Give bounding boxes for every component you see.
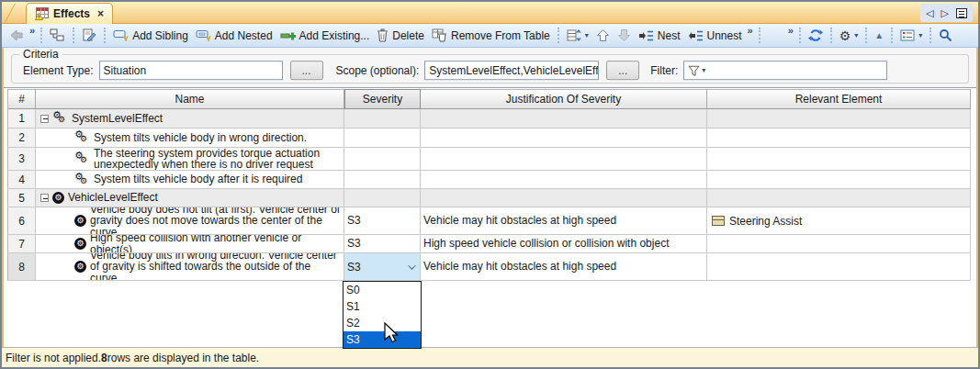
severity-cell[interactable]: S3	[344, 235, 421, 253]
relevant-element-cell[interactable]	[707, 129, 971, 148]
collapse-minus-icon[interactable]	[40, 115, 49, 123]
collapse-panel-button[interactable]: ▲	[871, 28, 887, 42]
relevant-element-cell[interactable]: Steering Assist	[707, 207, 971, 235]
severity-cell[interactable]	[344, 109, 421, 129]
tab-close-icon[interactable]: ×	[97, 7, 104, 20]
filter-funnel-icon	[688, 65, 700, 76]
element-type-browse-button[interactable]: ...	[290, 61, 323, 80]
tab-title: Effects	[53, 7, 90, 20]
effects-table: # Name Severity Justification Of Severit…	[7, 89, 971, 347]
open-in-containment-tree-button[interactable]	[46, 27, 69, 44]
relevant-element-cell[interactable]	[707, 171, 971, 189]
relevant-element-cell[interactable]	[707, 253, 971, 281]
nest-button[interactable]: Nest	[635, 28, 684, 44]
row-number[interactable]: 5	[7, 189, 36, 207]
severity-cell[interactable]	[344, 129, 421, 148]
severity-combobox[interactable]: S3	[344, 253, 420, 280]
table-row[interactable]: ⚙⚙ System tilts vehicle body in wrong di…	[36, 129, 344, 148]
dropdown-option-s2[interactable]: S2	[344, 315, 421, 331]
row-name: VehicleLevelEffect	[68, 192, 158, 204]
dropdown-option-s0[interactable]: S0	[344, 282, 421, 298]
table-row[interactable]: ⚙⚙ System tilts vehicle body after it is…	[36, 171, 344, 189]
dropdown-option-s1[interactable]: S1	[344, 298, 421, 315]
add-nested-button[interactable]: Add Nested	[192, 28, 276, 44]
table-row[interactable]: ⚙ Vehicle body does not tilt (at first).…	[36, 207, 344, 235]
table-row[interactable]: ⚙ VehicleLevelEffect	[36, 189, 344, 207]
justification-cell[interactable]	[421, 129, 707, 148]
justification-cell[interactable]: Vehicle may hit obstacles at high speed	[421, 253, 707, 281]
row-number[interactable]: 7	[7, 235, 36, 253]
table-row[interactable]: ⚙ High speed collision with another vehi…	[36, 235, 344, 253]
column-header-severity[interactable]: Severity	[344, 89, 421, 109]
column-header-relevant-element[interactable]: Relevant Element	[707, 89, 971, 109]
severity-cell[interactable]	[344, 171, 421, 189]
row-number[interactable]: 8	[7, 253, 36, 281]
relevant-element-cell[interactable]	[707, 189, 971, 207]
delete-button[interactable]: Delete	[373, 27, 428, 44]
toolbar-separator	[929, 28, 931, 43]
filter-input[interactable]: ▾	[683, 61, 887, 80]
scope-input[interactable]: SystemLevelEffect,VehicleLevelEffect {xy…	[424, 61, 599, 80]
justification-cell[interactable]: Vehicle may hit obstacles at high speed	[421, 207, 707, 235]
row-number[interactable]: 6	[7, 207, 36, 235]
add-nested-icon	[196, 29, 211, 42]
table-row[interactable]: ⚙⚙ SystemLevelEffect	[36, 109, 344, 129]
scope-browse-button[interactable]: ...	[606, 61, 639, 80]
remove-from-table-label: Remove From Table	[451, 29, 550, 42]
move-rows-button[interactable]: ▾	[563, 27, 592, 44]
column-header-justification[interactable]: Justification Of Severity	[421, 89, 707, 109]
search-button[interactable]	[935, 27, 956, 44]
dropdown-option-s3[interactable]: S3	[344, 331, 421, 348]
remove-from-table-button[interactable]: Remove From Table	[428, 27, 554, 44]
element-type-value: Situation	[104, 64, 147, 77]
justification-cell[interactable]	[421, 189, 707, 207]
justification-cell[interactable]	[421, 171, 707, 189]
legend-icon	[900, 29, 915, 41]
row-number[interactable]: 4	[7, 171, 36, 189]
column-header-number[interactable]: #	[7, 89, 36, 109]
add-existing-button[interactable]: Add Existing...	[276, 28, 374, 44]
severity-cell[interactable]	[344, 148, 421, 171]
edit-specification-button[interactable]	[78, 27, 100, 44]
element-type-input[interactable]: Situation	[99, 61, 283, 80]
status-bar: Filter is not applied. 8 rows are displa…	[2, 347, 978, 367]
collapse-icon: ▲	[874, 30, 884, 40]
row-name: Vehicle body tilts in wrong direction. V…	[90, 253, 344, 281]
back-button[interactable]	[6, 27, 28, 44]
move-up-button[interactable]	[592, 27, 614, 44]
move-down-button[interactable]	[614, 27, 635, 44]
edit-document-icon	[82, 28, 96, 42]
refresh-button[interactable]	[805, 27, 827, 44]
severity-cell[interactable]	[344, 189, 421, 207]
justification-cell[interactable]: High speed vehicle collision or collisio…	[421, 235, 707, 253]
justification-cell[interactable]	[421, 148, 707, 171]
collapse-minus-icon[interactable]	[40, 194, 49, 202]
row-number[interactable]: 3	[7, 148, 36, 171]
toolbar-overflow-icon[interactable]: »	[29, 24, 35, 37]
tab-scroll-left-icon[interactable]: ◁	[926, 4, 933, 22]
justification-cell[interactable]	[421, 109, 707, 129]
relevant-element-cell[interactable]	[707, 235, 971, 253]
add-sibling-button[interactable]: Add Sibling	[109, 28, 192, 44]
toolbar-separator	[40, 28, 42, 43]
unnest-button[interactable]: Unnest	[684, 28, 746, 44]
toolbar-overflow-icon[interactable]: »	[748, 24, 753, 37]
column-header-name[interactable]: Name	[36, 89, 344, 109]
effects-table-window: Effects × ◁ ▷ »	[0, 0, 980, 369]
toolbar-overflow-icon[interactable]: »	[788, 24, 794, 37]
tab-list-icon[interactable]	[956, 8, 967, 18]
tab-scroll-right-icon[interactable]: ▷	[941, 4, 949, 22]
severity-cell[interactable]: S3	[344, 253, 421, 281]
severity-cell[interactable]: S3	[344, 207, 421, 235]
scope-value: SystemLevelEffect,VehicleLevelEffect	[429, 64, 599, 77]
relevant-element-cell[interactable]	[707, 109, 971, 129]
row-number[interactable]: 2	[7, 129, 36, 148]
tab-effects[interactable]: Effects ×	[26, 3, 113, 24]
legend-button[interactable]: ▾	[896, 28, 926, 43]
row-number[interactable]: 1	[7, 109, 36, 129]
table-row[interactable]: ⚙ Vehicle body tilts in wrong direction.…	[36, 253, 344, 281]
options-button[interactable]: ⚙ ▾	[836, 28, 862, 44]
table-row[interactable]: ⚙⚙ The steering system provides torque a…	[36, 148, 344, 171]
system-effect-gears-icon: ⚙⚙	[74, 152, 90, 165]
relevant-element-cell[interactable]	[707, 148, 971, 171]
